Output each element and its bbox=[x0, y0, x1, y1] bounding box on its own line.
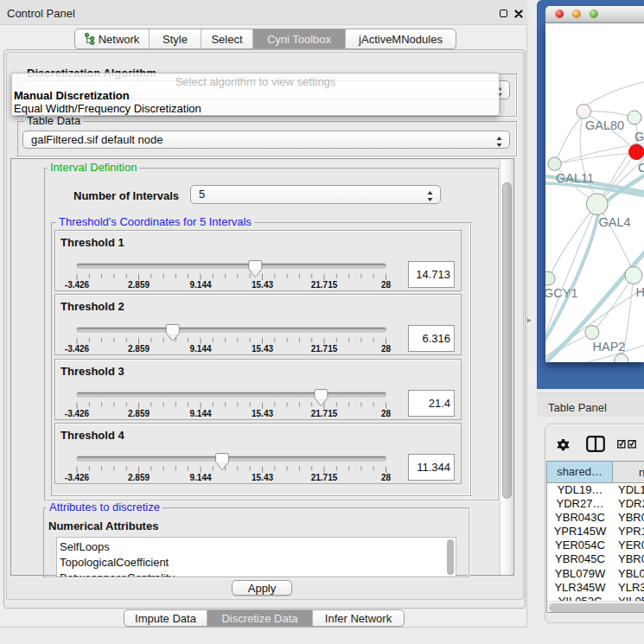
svg-text:9.144: 9.144 bbox=[189, 280, 211, 290]
svg-text:28: 28 bbox=[381, 409, 392, 418]
svg-text:GAL4: GAL4 bbox=[599, 215, 631, 229]
svg-text:9.144: 9.144 bbox=[189, 409, 211, 418]
svg-text:2.859: 2.859 bbox=[128, 409, 150, 418]
svg-text:28: 28 bbox=[381, 473, 392, 482]
svg-text:28: 28 bbox=[381, 344, 392, 354]
svg-text:-3.426: -3.426 bbox=[65, 409, 90, 418]
svg-text:-3.426: -3.426 bbox=[65, 280, 90, 290]
svg-text:15.43: 15.43 bbox=[252, 344, 273, 354]
svg-text:28: 28 bbox=[381, 280, 392, 290]
svg-text:9.144: 9.144 bbox=[189, 473, 211, 482]
svg-text:-3.426: -3.426 bbox=[65, 344, 90, 354]
svg-text:GA: GA bbox=[634, 130, 644, 143]
svg-text:GAL80: GAL80 bbox=[585, 118, 624, 132]
svg-text:-3.426: -3.426 bbox=[65, 473, 90, 482]
svg-text:9.144: 9.144 bbox=[189, 344, 211, 354]
svg-text:HAP2: HAP2 bbox=[593, 340, 626, 354]
svg-text:H: H bbox=[636, 285, 644, 299]
svg-text:15.43: 15.43 bbox=[252, 280, 273, 290]
svg-text:15.43: 15.43 bbox=[252, 409, 273, 418]
svg-text:GAL11: GAL11 bbox=[556, 171, 594, 185]
svg-text:21.715: 21.715 bbox=[311, 473, 338, 482]
svg-text:21.715: 21.715 bbox=[311, 409, 338, 418]
svg-text:C: C bbox=[638, 161, 644, 175]
svg-text:15.43: 15.43 bbox=[252, 473, 273, 482]
svg-text:21.715: 21.715 bbox=[311, 344, 338, 354]
svg-text:2.859: 2.859 bbox=[128, 473, 150, 482]
svg-text:21.715: 21.715 bbox=[311, 280, 338, 290]
svg-text:2.859: 2.859 bbox=[128, 344, 150, 354]
svg-text:GCY1: GCY1 bbox=[545, 286, 578, 300]
svg-text:2.859: 2.859 bbox=[128, 280, 150, 290]
